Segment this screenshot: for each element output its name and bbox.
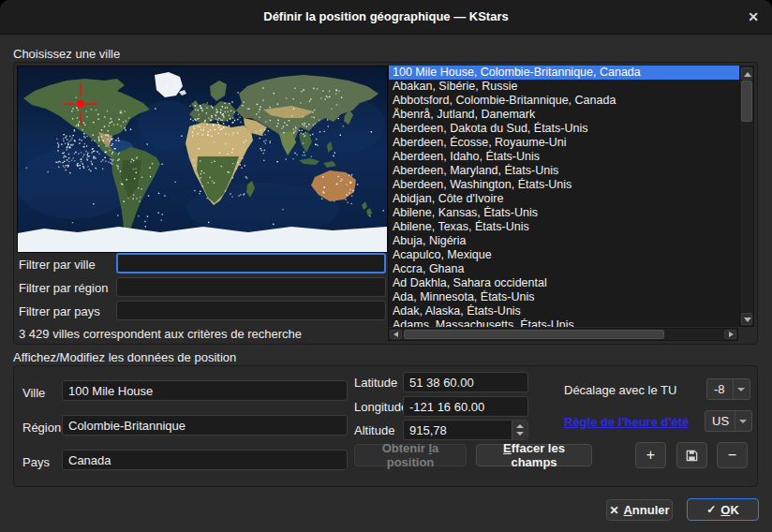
arrow-down-icon: [744, 318, 751, 322]
spin-down-icon[interactable]: [516, 432, 524, 436]
filter-city-input[interactable]: [116, 253, 386, 273]
window-close-icon[interactable]: ✕: [748, 0, 759, 34]
city-field-label: Ville: [22, 386, 45, 400]
list-item[interactable]: Acapulco, Mexique: [389, 248, 739, 262]
city-field[interactable]: [62, 380, 348, 401]
list-item[interactable]: Abakan, Sibérie, Russie: [389, 80, 739, 94]
filter-city-label: Filtrer par ville: [19, 258, 96, 272]
longitude-label: Longitude: [354, 400, 408, 414]
altitude-spinner[interactable]: [512, 421, 527, 439]
city-list[interactable]: 100 Mile House, Colombie-Britannique, Ca…: [388, 66, 739, 327]
combo-arrow-zone: [735, 411, 751, 431]
ut-offset-combobox[interactable]: -8: [706, 378, 750, 400]
longitude-field[interactable]: [403, 396, 528, 417]
get-position-button[interactable]: Obtenir la position: [354, 444, 467, 466]
country-field-label: Pays: [22, 455, 50, 469]
list-item[interactable]: Adak, Alaska, États-Unis: [389, 304, 739, 318]
list-item[interactable]: Aberdeen, Dakota du Sud, États-Unis: [389, 122, 739, 136]
country-field[interactable]: [62, 450, 348, 470]
latitude-field[interactable]: [403, 372, 528, 392]
scroll-down-button[interactable]: [741, 313, 752, 325]
list-item[interactable]: Accra, Ghana: [389, 262, 739, 276]
clear-fields-button[interactable]: Effacer les champs: [476, 444, 592, 466]
window-title: Définir la position géographique — KStar…: [0, 0, 772, 34]
city-list-horizontal-scrollbar[interactable]: [388, 328, 738, 341]
ut-offset-label: Décalage avec le TU: [564, 383, 676, 397]
dst-rule-combobox[interactable]: US: [705, 410, 752, 432]
screen: Définir la position géographique — KStar…: [0, 0, 772, 532]
check-icon: ✓: [706, 503, 716, 516]
combo-arrow-zone: [733, 379, 750, 399]
ut-offset-value: -8: [714, 379, 725, 399]
cancel-button[interactable]: ✕ Annuler: [606, 499, 673, 521]
altitude-label: Altitude: [354, 423, 394, 437]
list-item[interactable]: Abilene, Texas, États-Unis: [389, 220, 739, 234]
list-item[interactable]: 100 Mile House, Colombie-Britannique, Ca…: [389, 66, 739, 80]
cancel-label: Annuler: [623, 503, 669, 517]
geographic-position-dialog: Définir la position géographique — KStar…: [0, 0, 772, 532]
list-item[interactable]: Abuja, Nigéria: [389, 234, 739, 248]
altitude-field[interactable]: [403, 420, 528, 440]
scroll-up-button[interactable]: [741, 67, 752, 80]
vertical-scrollbar-thumb[interactable]: [741, 81, 752, 122]
chevron-down-icon: [739, 420, 747, 423]
save-icon: [685, 449, 699, 463]
horizontal-scrollbar-thumb[interactable]: [404, 330, 664, 339]
list-item[interactable]: Ada, Minnesota, États-Unis: [389, 290, 739, 304]
world-map-image: [18, 66, 387, 252]
dst-rule-link[interactable]: Règle de l'heure d'été: [564, 415, 689, 429]
chevron-down-icon: [737, 388, 745, 392]
city-list-vertical-scrollbar[interactable]: [739, 66, 754, 327]
ok-label: OK: [720, 503, 739, 517]
filter-country-label: Filtrer par pays: [19, 304, 100, 318]
match-count-text: 3 429 villes correspondent aux critères …: [19, 327, 302, 341]
arrow-right-icon: [729, 332, 734, 337]
minus-icon: −: [728, 447, 736, 464]
list-item[interactable]: Aberdeen, Maryland, États-Unis: [389, 164, 739, 178]
list-item[interactable]: Ad Dakhla, Sahara occidental: [389, 276, 739, 290]
plus-icon: +: [646, 447, 655, 464]
filter-region-label: Filtrer par région: [19, 281, 108, 295]
arrow-left-icon: [393, 332, 398, 337]
remove-city-button[interactable]: −: [717, 442, 748, 468]
list-item[interactable]: Abbotsford, Colombie-Britannique, Canada: [389, 94, 739, 108]
save-city-button[interactable]: [676, 442, 707, 468]
add-city-button[interactable]: +: [635, 442, 666, 468]
choose-city-label: Choisissez une ville: [13, 47, 120, 61]
list-item[interactable]: Aberdeen, Washington, États-Unis: [389, 178, 739, 192]
filter-country-input[interactable]: [116, 301, 386, 320]
region-field[interactable]: [62, 415, 348, 436]
spin-up-icon[interactable]: [516, 424, 524, 428]
list-item[interactable]: Abilene, Kansas, États-Unis: [389, 206, 739, 220]
world-map[interactable]: [17, 66, 388, 253]
list-item[interactable]: Aberdeen, Idaho, États-Unis: [389, 150, 739, 164]
get-position-label: Obtenir la position: [363, 441, 458, 469]
list-item[interactable]: Abidjan, Côte d'Ivoire: [389, 192, 739, 206]
scroll-right-button[interactable]: [724, 330, 736, 339]
titlebar[interactable]: Définir la position géographique — KStar…: [0, 0, 772, 35]
latitude-label: Latitude: [354, 376, 397, 390]
arrow-up-icon: [744, 72, 751, 77]
position-data-label: Affichez/Modifiez les données de positio…: [13, 350, 236, 364]
list-item[interactable]: Åbenrå, Jutland, Danemark: [389, 108, 739, 122]
list-item[interactable]: Aberdeen, Écosse, Royaume-Uni: [389, 136, 739, 150]
scroll-left-button[interactable]: [390, 330, 402, 339]
cancel-x-icon: ✕: [609, 504, 618, 517]
ok-button[interactable]: ✓ OK: [687, 498, 759, 521]
list-item[interactable]: Adams, Massachusetts, États-Unis: [389, 318, 739, 327]
clear-fields-label: Effacer les champs: [484, 441, 584, 469]
region-field-label: Région: [22, 421, 61, 435]
dst-rule-value: US: [712, 411, 729, 431]
filter-region-input[interactable]: [116, 277, 386, 297]
